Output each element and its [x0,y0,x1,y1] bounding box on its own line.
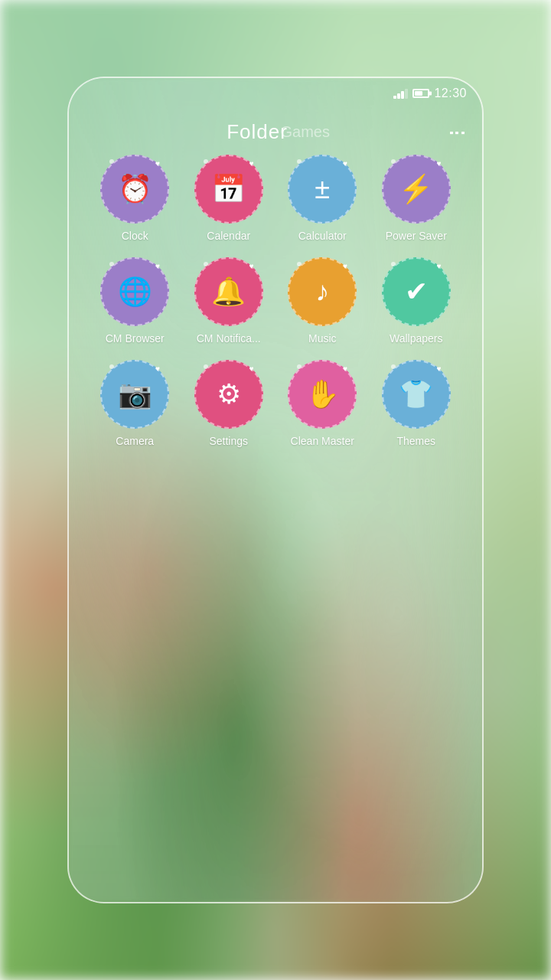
app-icon-clock: ♥⏰ [100,155,169,224]
phone-frame: 12:30 Folder Games ⋮ ♥⏰Clock♥📅Calendar♥±… [67,77,484,903]
battery-icon [412,89,429,98]
cm-notification-icon: 🔔 [211,276,246,308]
app-icon-cm-notification: ♥🔔 [194,257,263,326]
power-saver-icon: ⚡ [399,173,433,205]
folder-title: Folder [227,120,288,144]
app-icon-camera: ♥📷 [100,360,169,429]
app-label-power-saver: Power Saver [386,230,447,242]
clock-display: 12:30 [434,87,467,100]
app-label-clean-master: Clean Master [291,435,354,447]
app-icon-cm-browser: ♥🌐 [100,257,169,326]
app-label-camera: Camera [116,435,154,447]
clock-icon: ⏰ [118,173,152,205]
app-icon-power-saver: ♥⚡ [382,155,451,224]
calculator-icon: ± [315,173,330,205]
app-item-wallpapers[interactable]: ♥✔Wallpapers [373,257,460,345]
app-item-calendar[interactable]: ♥📅Calendar [186,155,272,242]
status-bar: 12:30 [69,78,482,109]
app-icon-wallpapers: ♥✔ [382,257,451,326]
app-icon-settings: ♥⚙ [194,360,263,429]
themes-icon: 👕 [399,378,433,410]
app-item-clock[interactable]: ♥⏰Clock [92,155,178,242]
camera-icon: 📷 [118,378,152,410]
app-item-settings[interactable]: ♥⚙Settings [186,360,272,447]
app-item-music[interactable]: ♥♪Music [279,257,366,345]
app-label-music: Music [308,332,337,345]
app-icon-themes: ♥👕 [382,360,451,429]
app-grid: ♥⏰Clock♥📅Calendar♥±Calculator♥⚡Power Sav… [84,155,467,447]
app-item-camera[interactable]: ♥📷Camera [92,360,178,447]
wallpapers-icon: ✔ [405,276,428,308]
app-icon-music: ♥♪ [288,257,357,326]
app-icon-calculator: ♥± [288,155,357,224]
app-icon-calendar: ♥📅 [194,155,263,224]
app-item-clean-master[interactable]: ♥✋Clean Master [279,360,366,447]
app-icon-clean-master: ♥✋ [288,360,357,429]
app-label-clock: Clock [122,230,148,242]
app-label-calendar: Calendar [207,230,250,242]
clean-master-icon: ✋ [305,378,340,410]
app-item-cm-browser[interactable]: ♥🌐CM Browser [92,257,178,345]
games-label: Games [280,123,329,141]
app-label-themes: Themes [396,435,435,447]
app-label-settings: Settings [209,435,248,447]
signal-icon [393,89,408,99]
app-label-wallpapers: Wallpapers [390,332,443,345]
app-item-calculator[interactable]: ♥±Calculator [279,155,366,242]
app-item-cm-notification[interactable]: ♥🔔CM Notifica... [186,257,272,345]
cm-browser-icon: 🌐 [118,276,152,308]
app-item-power-saver[interactable]: ♥⚡Power Saver [373,155,460,242]
settings-icon: ⚙ [217,378,241,410]
app-label-cm-browser: CM Browser [106,332,165,345]
music-icon: ♪ [315,276,329,308]
app-label-cm-notification: CM Notifica... [197,332,261,345]
app-item-themes[interactable]: ♥👕Themes [373,360,460,447]
more-menu-button[interactable]: ⋮ [447,125,467,139]
folder-header: Folder Games ⋮ [69,109,482,155]
calendar-icon: 📅 [211,173,246,205]
app-label-calculator: Calculator [298,230,347,242]
